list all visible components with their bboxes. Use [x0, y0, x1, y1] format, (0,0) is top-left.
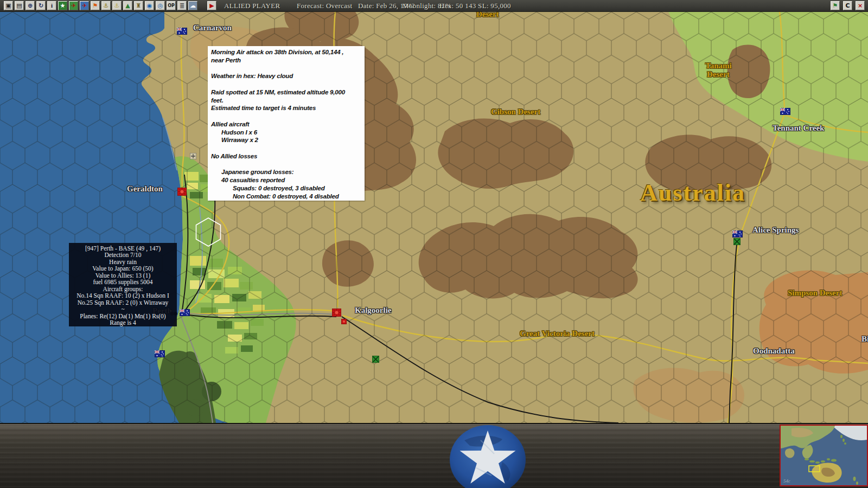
combat-report-line: near Perth [211, 56, 361, 65]
close-icon[interactable]: × [856, 1, 865, 10]
combat-report-text: Morning Air attack on 38th Division, at … [211, 48, 361, 200]
save-icon[interactable]: ▣ [4, 1, 13, 10]
star-icon[interactable]: ★ [58, 1, 67, 10]
base-tooltip-line: Range is 4 [69, 319, 177, 326]
info-icon[interactable]: i [47, 1, 56, 10]
base-tooltip-line: Planes: Re(12) Da(1) Mn(1) Rs(0) [69, 313, 177, 319]
operations-icon[interactable]: OP [167, 1, 176, 10]
globe-icon[interactable]: ◉ [145, 1, 154, 10]
report-icon[interactable]: ▤ [15, 1, 24, 10]
base-tooltip-line: Value to Japan: 650 (50) [69, 265, 177, 272]
map-terrain [0, 12, 868, 423]
player-label: ALLIED PLAYER [224, 0, 280, 12]
toolbar-icon-group: ▣▤⊕↻i★✈✈⚑⚓⚓▲♜◉◎OP≣☁▶ [4, 1, 216, 10]
refresh-icon[interactable]: ↻ [36, 1, 46, 10]
combat-report-line [211, 65, 361, 73]
allied-star-emblem [448, 424, 527, 488]
base-tooltip-line: No.14 Sqn RAAF: 10 (2) x Hudson I [69, 292, 177, 299]
combat-report-line: Hudson I x 6 [211, 129, 361, 137]
minimap-watermark: 54c [783, 478, 790, 484]
base-tooltip-line: Aircraft groups: [69, 286, 177, 292]
combat-report-line: Allied aircraft [211, 120, 361, 129]
tennant-creek-base-marker[interactable] [780, 107, 790, 117]
perth-base-marker[interactable] [180, 309, 190, 318]
combat-report-line: 40 casualties reported [211, 176, 361, 184]
top-toolbar: ▣▤⊕↻i★✈✈⚑⚓⚓▲♜◉◎OP≣☁▶ ALLIED PLAYER Forec… [0, 0, 868, 12]
fortification-icon[interactable]: ♜ [134, 1, 143, 10]
combat-report-line: Weather in hex: Heavy cloud [211, 72, 361, 80]
combat-report-line: Morning Air attack on 38th Division, at … [211, 48, 361, 56]
flag-marker-icon[interactable]: ⚑ [91, 1, 100, 10]
signal-flag-icon[interactable]: ⚑ [831, 1, 840, 10]
map-viewport[interactable]: DesertTanamiDesertGibson DesertGreat Vic… [0, 12, 868, 423]
base-tooltip-line: fuel 6985 supplies 5004 [69, 279, 177, 285]
base-tooltip-line: ~ [69, 306, 177, 312]
base-tooltip-line: No.25 Sqn RAAF: 2 (0) x Wirraway [69, 299, 177, 306]
combat-report-line: Non Combat: 0 destroyed, 4 disabled [211, 192, 361, 201]
kalgoorlie-base-marker[interactable] [332, 309, 341, 319]
forecast-label: Forecast: Overcast [297, 0, 353, 12]
combat-report-line: Wirraway x 2 [211, 136, 361, 144]
combat-report-line [211, 144, 361, 152]
kalgoorlie-unit-marker[interactable] [341, 317, 347, 326]
outpost-marker[interactable] [190, 152, 196, 162]
minimap-chart [781, 426, 867, 485]
base-tooltip-line: Detection 7/10 [69, 252, 177, 258]
combat-report-line [211, 112, 361, 120]
combat-report-line [211, 80, 361, 88]
field-unit-marker[interactable] [372, 355, 379, 365]
carnarvon-base-marker[interactable] [177, 27, 187, 37]
alice-springs-unit-marker[interactable] [733, 237, 741, 247]
combat-report-line: Estimated time to target is 4 minutes [211, 104, 361, 112]
submarine-icon[interactable]: ⚓ [112, 1, 122, 10]
base-info-text: [947] Perth - BASE (49 , 147)Detection 7… [69, 245, 177, 326]
hex-grid [0, 12, 868, 423]
air-raid-icon[interactable]: ✈ [69, 1, 78, 10]
globe-search-icon[interactable]: ◎ [156, 1, 165, 10]
combat-report-line: Raid spotted at 15 NM, estimated altitud… [211, 88, 361, 97]
combat-report-popup[interactable]: Morning Air attack on 38th Division, at … [208, 46, 365, 201]
zoom-in-icon[interactable]: ⊕ [25, 1, 35, 10]
base-info-tooltip: [947] Perth - BASE (49 , 147)Detection 7… [69, 243, 177, 326]
hex-info-label: Hex: 50 143 SL: 95,000 [439, 0, 511, 12]
combat-report-line: Japanese ground losses: [211, 168, 361, 176]
bottom-bar: 54c [0, 423, 868, 488]
window-buttons: ⚑C× [831, 1, 865, 10]
task-force-icon[interactable]: ⚓ [101, 1, 111, 10]
base-tooltip-line: Heavy rain [69, 259, 177, 265]
railway-icon[interactable]: ≣ [177, 1, 187, 10]
combat-report-line: feet. [211, 97, 361, 105]
ground-terrain-icon[interactable]: ▲ [123, 1, 132, 10]
center-map-icon[interactable]: C [843, 1, 852, 10]
weather-icon[interactable]: ☁ [188, 1, 197, 10]
coastal-base-marker[interactable] [155, 350, 165, 359]
game-screen: ▣▤⊕↻i★✈✈⚑⚓⚓▲♜◉◎OP≣☁▶ ALLIED PLAYER Forec… [0, 0, 868, 488]
play-turn-icon[interactable]: ▶ [207, 1, 216, 10]
combat-report-line [211, 160, 361, 169]
geraldton-base-marker[interactable] [177, 188, 187, 198]
combat-report-line: No Allied losses [211, 152, 361, 160]
base-tooltip-line: [947] Perth - BASE (49 , 147) [69, 245, 177, 252]
base-tooltip-line: Value to Allies: 13 (1) [69, 272, 177, 279]
naval-air-icon[interactable]: ✈ [80, 1, 89, 10]
combat-report-line: Squads: 0 destroyed, 3 disabled [211, 184, 361, 192]
minimap[interactable]: 54c [780, 425, 868, 486]
